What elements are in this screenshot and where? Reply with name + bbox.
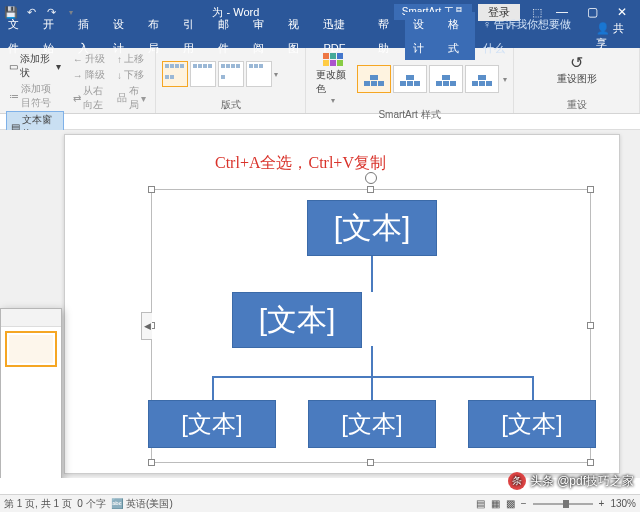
layout-option-3[interactable] (218, 61, 244, 87)
promote-button[interactable]: ← 升级 (70, 51, 108, 67)
instruction-text: Ctrl+A全选，Ctrl+V复制 (215, 153, 386, 174)
add-shape-button[interactable]: ▭ 添加形状 ▾ (6, 51, 64, 81)
reset-icon: ↺ (570, 53, 583, 72)
org-node-child-3[interactable]: [文本] (468, 400, 596, 448)
status-page[interactable]: 第 1 页, 共 1 页 (4, 497, 72, 511)
close-button[interactable]: ✕ (608, 5, 636, 19)
layout-option-2[interactable] (190, 61, 216, 87)
resize-handle-s[interactable] (367, 459, 374, 466)
text-pane-toggle[interactable]: ◀ (141, 312, 152, 340)
resize-handle-n[interactable] (367, 186, 374, 193)
side-panel-header (1, 309, 61, 327)
resize-handle-ne[interactable] (587, 186, 594, 193)
resize-handle-se[interactable] (587, 459, 594, 466)
zoom-slider[interactable] (533, 503, 593, 505)
side-panel[interactable]: 信息或上下级关 状和组织结构图 形的详细信息 (0, 308, 62, 478)
qat-dropdown-icon[interactable]: ▾ (64, 5, 78, 19)
watermark: 条 头条 @pdf技巧之家 (508, 472, 634, 490)
group-smartart-styles: SmartArt 样式 (312, 108, 507, 122)
style-option-4[interactable] (465, 65, 499, 93)
reset-graphic-button[interactable]: ↺ 重设图形 (520, 51, 633, 97)
watermark-icon: 条 (508, 472, 526, 490)
change-colors-button[interactable]: 更改颜色▾ (312, 51, 353, 107)
add-bullet-button[interactable]: ≔ 添加项目符号 (6, 81, 64, 111)
style-option-3[interactable] (429, 65, 463, 93)
undo-icon[interactable]: ↶ (24, 5, 38, 19)
zoom-in-button[interactable]: + (599, 498, 605, 509)
ribbon-tabs: 文件 开始 插入 设计 布局 引用 邮件 审阅 视图 迅捷PDF 帮助 设计 格… (0, 24, 640, 48)
page[interactable]: Ctrl+A全选，Ctrl+V复制 ◀ [文本] [文本] [文本] [文本] … (64, 134, 620, 474)
zoom-out-button[interactable]: − (521, 498, 527, 509)
group-reset: 重设 (520, 98, 633, 112)
zoom-level[interactable]: 130% (610, 498, 636, 509)
layout-option-4[interactable] (246, 61, 272, 87)
layout-thumbnail[interactable] (5, 331, 57, 367)
org-node-root[interactable]: [文本] (307, 200, 437, 256)
style-option-1[interactable] (357, 65, 391, 93)
demote-button[interactable]: → 降级 (70, 67, 108, 83)
status-bar: 第 1 页, 共 1 页 0 个字 🔤 英语(美国) ▤ ▦ ▩ − + 130… (0, 494, 640, 512)
status-words[interactable]: 0 个字 (77, 497, 105, 511)
resize-handle-nw[interactable] (148, 186, 155, 193)
rotate-handle[interactable] (365, 172, 377, 184)
resize-handle-sw[interactable] (148, 459, 155, 466)
save-icon[interactable]: 💾 (4, 5, 18, 19)
rtl-button[interactable]: ⇄ 从右向左 (70, 83, 108, 113)
org-node-assistant[interactable]: [文本] (232, 292, 362, 348)
ribbon: ▭ 添加形状 ▾ ≔ 添加项目符号 ▤ 文本窗格 ← 升级 → 降级 ⇄ 从右向… (0, 48, 640, 114)
styles-more-icon[interactable]: ▾ (503, 75, 507, 84)
move-down-button[interactable]: ↓ 下移 (114, 67, 147, 83)
view-web-icon[interactable]: ▩ (506, 498, 515, 509)
layout-option-1[interactable] (162, 61, 188, 87)
org-node-child-1[interactable]: [文本] (148, 400, 276, 448)
view-read-icon[interactable]: ▤ (476, 498, 485, 509)
org-node-child-2[interactable]: [文本] (308, 400, 436, 448)
layout-button[interactable]: 品 布局 ▾ (114, 83, 149, 113)
view-print-icon[interactable]: ▦ (491, 498, 500, 509)
style-option-2[interactable] (393, 65, 427, 93)
resize-handle-e[interactable] (587, 322, 594, 329)
layouts-more-icon[interactable]: ▾ (274, 70, 278, 79)
group-layouts: 版式 (162, 98, 299, 112)
status-lang[interactable]: 🔤 英语(美国) (111, 497, 172, 511)
share-button[interactable]: 👤 共享 (586, 21, 640, 51)
smartart-frame[interactable]: ◀ [文本] [文本] [文本] [文本] [文本] (151, 189, 591, 463)
move-up-button[interactable]: ↑ 上移 (114, 51, 147, 67)
document-area: Ctrl+A全选，Ctrl+V复制 ◀ [文本] [文本] [文本] [文本] … (0, 130, 640, 478)
redo-icon[interactable]: ↷ (44, 5, 58, 19)
